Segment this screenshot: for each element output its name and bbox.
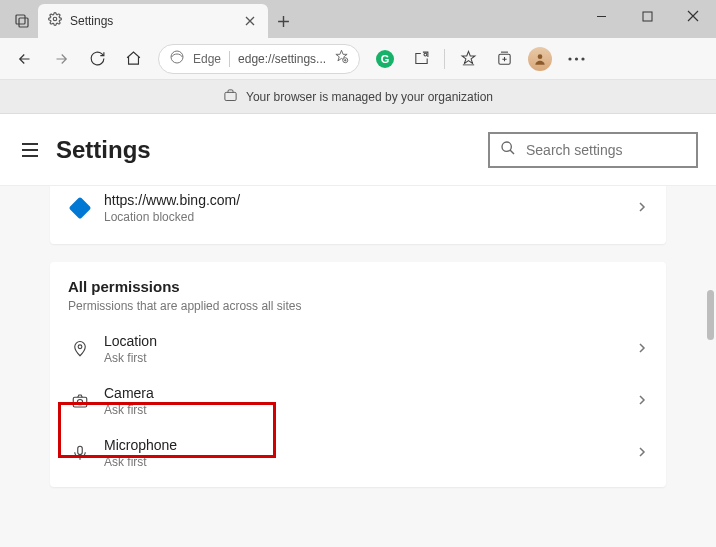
camera-icon bbox=[68, 392, 92, 410]
browser-tab[interactable]: Settings bbox=[38, 4, 268, 38]
microphone-title: Microphone bbox=[104, 437, 636, 453]
all-permissions-card: All permissions Permissions that are app… bbox=[50, 262, 666, 487]
svg-rect-12 bbox=[225, 92, 236, 100]
maximize-button[interactable] bbox=[624, 0, 670, 32]
svg-point-10 bbox=[574, 57, 577, 60]
refresh-button[interactable] bbox=[80, 42, 114, 76]
svg-rect-1 bbox=[19, 18, 28, 27]
extensions-icon[interactable] bbox=[404, 42, 438, 76]
all-permissions-header: All permissions Permissions that are app… bbox=[50, 262, 666, 323]
location-icon bbox=[68, 340, 92, 358]
chevron-right-icon bbox=[636, 444, 648, 462]
toolbar-separator bbox=[444, 49, 445, 69]
svg-point-16 bbox=[77, 400, 82, 405]
address-bar[interactable]: Edge edge://settings... bbox=[158, 44, 360, 74]
chevron-right-icon bbox=[636, 340, 648, 358]
svg-rect-15 bbox=[73, 397, 87, 407]
permission-row-microphone[interactable]: Microphone Ask first bbox=[50, 427, 666, 479]
close-tab-icon[interactable] bbox=[242, 13, 258, 29]
tab-actions-icon[interactable] bbox=[6, 5, 38, 37]
svg-rect-0 bbox=[16, 15, 25, 24]
settings-header: Settings bbox=[0, 114, 716, 186]
extension-grammarly-icon[interactable]: G bbox=[368, 42, 402, 76]
permission-row-camera[interactable]: Camera Ask first bbox=[50, 375, 666, 427]
forward-button[interactable] bbox=[44, 42, 78, 76]
search-settings-box[interactable] bbox=[488, 132, 698, 168]
recent-site-row[interactable]: https://www.bing.com/ Location blocked bbox=[50, 186, 666, 234]
address-separator bbox=[229, 51, 230, 67]
edge-logo-icon bbox=[169, 49, 185, 69]
search-icon bbox=[500, 140, 516, 160]
page-title: Settings bbox=[56, 136, 151, 164]
svg-point-6 bbox=[424, 53, 427, 56]
permission-row-location[interactable]: Location Ask first bbox=[50, 323, 666, 375]
svg-rect-3 bbox=[643, 12, 652, 21]
location-title: Location bbox=[104, 333, 636, 349]
svg-point-8 bbox=[538, 54, 543, 59]
recent-site-url: https://www.bing.com/ bbox=[104, 192, 636, 208]
camera-sub: Ask first bbox=[104, 403, 636, 417]
window-controls bbox=[578, 0, 716, 32]
recent-site-status: Location blocked bbox=[104, 210, 636, 224]
back-button[interactable] bbox=[8, 42, 42, 76]
microphone-sub: Ask first bbox=[104, 455, 636, 469]
add-favorite-icon[interactable] bbox=[334, 49, 349, 68]
svg-rect-17 bbox=[78, 446, 83, 454]
profile-avatar[interactable] bbox=[523, 42, 557, 76]
settings-content: https://www.bing.com/ Location blocked A… bbox=[0, 186, 716, 547]
scrollbar-thumb[interactable] bbox=[707, 290, 714, 340]
briefcase-icon bbox=[223, 88, 238, 106]
recent-activity-card: https://www.bing.com/ Location blocked bbox=[50, 186, 666, 244]
gear-icon bbox=[48, 12, 62, 30]
svg-point-13 bbox=[502, 142, 511, 151]
home-button[interactable] bbox=[116, 42, 150, 76]
all-permissions-subtitle: Permissions that are applied across all … bbox=[68, 299, 648, 313]
microphone-icon bbox=[68, 444, 92, 462]
window-titlebar: Settings bbox=[0, 0, 716, 38]
more-menu-icon[interactable] bbox=[559, 42, 593, 76]
chevron-right-icon bbox=[636, 392, 648, 410]
tab-title: Settings bbox=[70, 14, 234, 28]
browser-toolbar: Edge edge://settings... G bbox=[0, 38, 716, 80]
menu-toggle-button[interactable] bbox=[18, 138, 42, 162]
address-label: Edge bbox=[193, 52, 221, 66]
svg-point-2 bbox=[53, 17, 57, 21]
svg-point-14 bbox=[78, 345, 82, 349]
camera-title: Camera bbox=[104, 385, 636, 401]
bing-site-icon bbox=[68, 200, 92, 216]
favorites-icon[interactable] bbox=[451, 42, 485, 76]
chevron-right-icon bbox=[636, 199, 648, 217]
managed-org-infobar: Your browser is managed by your organiza… bbox=[0, 80, 716, 114]
close-window-button[interactable] bbox=[670, 0, 716, 32]
minimize-button[interactable] bbox=[578, 0, 624, 32]
svg-point-11 bbox=[581, 57, 584, 60]
svg-point-4 bbox=[171, 51, 183, 63]
svg-point-9 bbox=[568, 57, 571, 60]
location-sub: Ask first bbox=[104, 351, 636, 365]
search-input[interactable] bbox=[526, 142, 701, 158]
all-permissions-title: All permissions bbox=[68, 278, 648, 295]
address-url: edge://settings... bbox=[238, 52, 326, 66]
new-tab-button[interactable] bbox=[268, 6, 298, 36]
collections-icon[interactable] bbox=[487, 42, 521, 76]
tab-strip: Settings bbox=[0, 0, 298, 38]
infobar-text: Your browser is managed by your organiza… bbox=[246, 90, 493, 104]
